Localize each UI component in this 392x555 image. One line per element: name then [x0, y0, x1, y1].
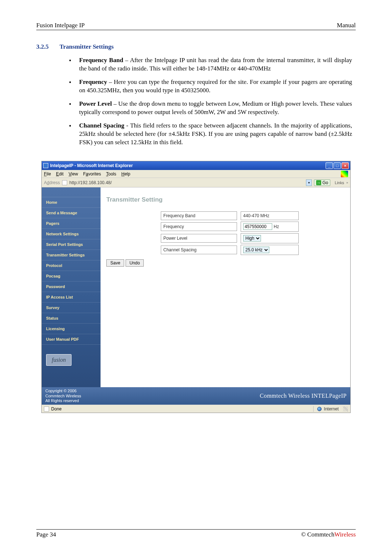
resize-grip-icon	[343, 406, 348, 412]
sidebar-item-send-message[interactable]: Send a Message	[42, 208, 101, 218]
page-footer: Page 34 © CommtechWireless	[36, 529, 356, 538]
menu-help[interactable]: Help	[121, 171, 130, 177]
footer-copy: Copyright © 2006 Commtech Wireless All R…	[45, 389, 260, 403]
button-row: Save Undo	[106, 259, 347, 267]
globe-icon	[317, 407, 322, 411]
sidebar-item-home[interactable]: Home	[42, 197, 101, 208]
menu-file[interactable]: File	[44, 171, 51, 177]
row-frequency-band: Frequency Band 440-470 MHz	[106, 211, 347, 220]
value-power-level: High	[241, 233, 299, 243]
go-label: Go	[322, 180, 328, 185]
panel-title: Transmitter Setting	[106, 196, 347, 203]
page-header: Fusion Intelpage IP Manual	[36, 22, 356, 30]
label-frequency: Frequency	[161, 222, 237, 231]
label-power-level: Power Level	[161, 234, 237, 243]
go-arrow-icon: →	[316, 180, 321, 185]
content-area: Home Send a Message Pagers Network Setti…	[42, 187, 350, 387]
undo-button[interactable]: Undo	[126, 259, 144, 267]
window-title: IntelpageIP - Microsoft Internet Explore…	[50, 163, 326, 168]
statusbar: Done Internet	[42, 405, 350, 413]
sidebar-item-password[interactable]: Password	[42, 281, 101, 292]
statusbar-separator	[313, 406, 314, 412]
sidebar-item-transmitter-settings[interactable]: Transmitter Settings	[42, 250, 101, 260]
bullet-term: Channel Spacing	[79, 122, 124, 129]
row-power-level: Power Level High	[106, 233, 347, 243]
status-zone: Internet	[324, 406, 339, 412]
sidebar-item-ip-access-list[interactable]: IP Access List	[42, 292, 101, 303]
sidebar-item-survey[interactable]: Survey	[42, 303, 101, 313]
menu-view[interactable]: View	[69, 171, 78, 177]
bullet-item: Frequency – Here you can type the freque…	[69, 78, 352, 95]
bullet-list: Frequency Band – After the Intelpage IP …	[69, 56, 352, 146]
footer-company: Commtech Wireless	[45, 394, 260, 398]
address-bar: Address http://192.168.100.48/ ▾ → Go Li…	[42, 178, 350, 187]
minimize-button[interactable]: _	[326, 162, 333, 169]
done-icon	[44, 406, 49, 412]
row-frequency: Frequency Hz	[106, 222, 347, 232]
sidebar-item-serial-port-settings[interactable]: Serial Port Settings	[42, 239, 101, 250]
ie-icon	[43, 163, 48, 168]
bullet-item: Power Level – Use the drop down menu to …	[69, 100, 352, 117]
value-frequency-band: 440-470 MHz	[241, 211, 299, 220]
status-done: Done	[51, 406, 310, 412]
menu-tools[interactable]: Tools	[106, 171, 116, 177]
sidebar-item-protocol[interactable]: Protocol	[42, 260, 101, 271]
titlebar: IntelpageIP - Microsoft Internet Explore…	[42, 161, 350, 170]
main-panel: Transmitter Setting Frequency Band 440-4…	[101, 187, 350, 387]
power-level-select[interactable]: High	[243, 235, 261, 242]
bullet-text: – Here you can type the frequency requir…	[79, 78, 352, 94]
sidebar-item-licensing[interactable]: Licensing	[42, 324, 101, 334]
sidebar: Home Send a Message Pagers Network Setti…	[42, 187, 101, 387]
frequency-input[interactable]	[243, 223, 272, 230]
label-frequency-band: Frequency Band	[161, 211, 237, 220]
value-channel-spacing: 25.0 kHz	[241, 245, 299, 255]
address-label: Address	[44, 180, 60, 185]
footer-brand: Commtech Wireless INTELPageIP	[260, 393, 347, 399]
page-number: Page 34	[36, 531, 56, 538]
sidebar-item-pagers[interactable]: Pagers	[42, 218, 101, 229]
browser-window: IntelpageIP - Microsoft Internet Explore…	[41, 161, 351, 413]
go-button[interactable]: → Go	[314, 179, 330, 186]
bullet-term: Power Level	[79, 100, 112, 107]
frequency-unit: Hz	[274, 224, 279, 229]
links-label[interactable]: Links	[335, 181, 344, 185]
footer-rights: All Rights reserved	[45, 398, 260, 403]
section-title: Transmitter Settings	[60, 43, 114, 50]
footer-brand-red: Wireless	[334, 531, 356, 538]
section-number: 3.2.5	[36, 43, 58, 50]
links-chevron-icon[interactable]: »	[346, 181, 348, 185]
address-url[interactable]: http://192.168.100.48/	[69, 180, 304, 185]
bullet-item: Channel Spacing - This field refers to t…	[69, 122, 352, 147]
label-channel-spacing: Channel Spacing	[161, 246, 237, 254]
sidebar-item-pocsag[interactable]: Pocsag	[42, 271, 101, 281]
section-heading: 3.2.5 Transmitter Settings	[36, 43, 356, 50]
channel-spacing-select[interactable]: 25.0 kHz	[243, 247, 269, 253]
menu-favorites[interactable]: Favorites	[83, 171, 101, 177]
footer-brand: © CommtechWireless	[301, 531, 356, 538]
menu-edit[interactable]: Edit	[56, 171, 64, 177]
bullet-term: Frequency Band	[79, 57, 123, 64]
footer-brand-pre: © Commtech	[301, 531, 334, 538]
header-right: Manual	[337, 22, 356, 29]
bullet-item: Frequency Band – After the Intelpage IP …	[69, 56, 352, 73]
header-left: Fusion Intelpage IP	[36, 22, 85, 29]
throbber-icon	[341, 171, 348, 177]
address-dropdown[interactable]: ▾	[306, 179, 312, 186]
maximize-button[interactable]: □	[334, 162, 341, 169]
fusion-logo: fusion	[46, 354, 72, 366]
row-channel-spacing: Channel Spacing 25.0 kHz	[106, 245, 347, 255]
close-button[interactable]: ×	[342, 162, 349, 169]
sidebar-item-user-manual-pdf[interactable]: User Manual PDF	[42, 334, 101, 345]
app-footer: Copyright © 2006 Commtech Wireless All R…	[42, 387, 350, 405]
save-button[interactable]: Save	[106, 259, 124, 267]
value-frequency: Hz	[241, 222, 299, 232]
page-icon	[62, 180, 67, 185]
bullet-term: Frequency	[79, 78, 107, 85]
sidebar-item-network-settings[interactable]: Network Settings	[42, 229, 101, 239]
footer-copyright: Copyright © 2006	[45, 389, 260, 393]
bullet-text: – Use the drop down menu to toggle betwe…	[79, 100, 352, 116]
sidebar-item-status[interactable]: Status	[42, 313, 101, 324]
menubar: File Edit View Favorites Tools Help	[42, 170, 350, 178]
